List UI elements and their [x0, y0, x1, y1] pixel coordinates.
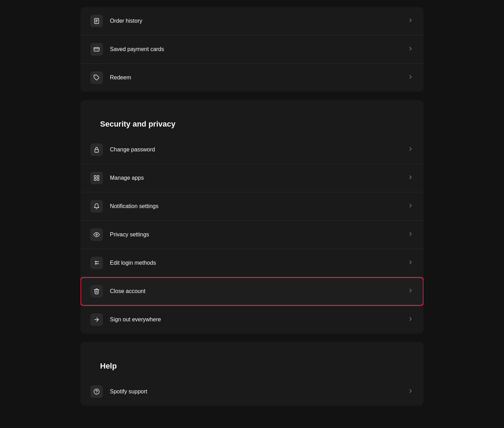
security-section-card: Security and privacy Change password — [80, 100, 424, 334]
chevron-right-icon — [407, 74, 414, 81]
chevron-right-icon — [407, 17, 414, 25]
privacy-settings-item[interactable]: Privacy settings — [80, 221, 424, 249]
chevron-right-icon — [407, 259, 414, 267]
chevron-right-icon — [407, 231, 414, 238]
chevron-right-icon — [407, 316, 414, 323]
redeem-label: Redeem — [110, 74, 131, 81]
chevron-right-icon — [407, 146, 414, 154]
question-icon — [90, 385, 103, 398]
chevron-right-icon — [407, 174, 414, 182]
sign-out-everywhere-item[interactable]: Sign out everywhere — [80, 306, 424, 334]
close-account-label: Close account — [110, 288, 145, 294]
chevron-right-icon — [407, 287, 414, 295]
receipt-icon — [90, 15, 103, 27]
bell-icon — [90, 200, 103, 213]
order-history-label: Order history — [110, 18, 142, 24]
help-section-title: Help — [90, 352, 414, 378]
chevron-right-icon — [407, 388, 414, 395]
spotify-support-item[interactable]: Spotify support — [80, 378, 424, 406]
notification-settings-label: Notification settings — [110, 203, 159, 209]
lock-icon — [90, 143, 103, 156]
trash-icon — [90, 285, 103, 298]
redeem-item[interactable]: Redeem — [80, 64, 424, 92]
saved-payment-cards-label: Saved payment cards — [110, 46, 164, 52]
svg-rect-9 — [97, 176, 99, 177]
notification-settings-item[interactable]: Notification settings — [80, 192, 424, 221]
svg-rect-11 — [97, 179, 99, 180]
svg-rect-4 — [94, 48, 99, 51]
eye-icon — [90, 228, 103, 241]
sign-out-everywhere-label: Sign out everywhere — [110, 316, 161, 323]
grid-icon — [90, 172, 103, 184]
login-icon — [90, 257, 103, 269]
manage-apps-item[interactable]: Manage apps — [80, 164, 424, 192]
help-section-card: Help Spotify support — [80, 342, 424, 406]
spotify-support-label: Spotify support — [110, 388, 147, 395]
signout-icon — [90, 313, 103, 326]
privacy-settings-label: Privacy settings — [110, 231, 149, 238]
change-password-label: Change password — [110, 147, 155, 153]
page-container: Order history Saved payment cards — [59, 0, 444, 428]
chevron-right-icon — [407, 45, 414, 53]
security-section-title: Security and privacy — [90, 110, 414, 136]
card-icon — [90, 43, 103, 56]
svg-rect-7 — [95, 149, 99, 152]
svg-rect-10 — [94, 179, 96, 180]
change-password-item[interactable]: Change password — [80, 136, 424, 164]
edit-login-methods-item[interactable]: Edit login methods — [80, 249, 424, 277]
svg-point-18 — [94, 389, 99, 394]
order-history-item[interactable]: Order history — [80, 7, 424, 35]
svg-point-14 — [95, 263, 96, 264]
svg-point-13 — [95, 261, 96, 262]
saved-payment-cards-item[interactable]: Saved payment cards — [80, 35, 424, 64]
chevron-right-icon — [407, 202, 414, 210]
edit-login-methods-label: Edit login methods — [110, 260, 156, 266]
tag-icon — [90, 71, 103, 84]
svg-point-12 — [96, 234, 98, 236]
svg-rect-8 — [94, 176, 96, 177]
close-account-item[interactable]: Close account — [80, 277, 424, 306]
manage-apps-label: Manage apps — [110, 175, 144, 181]
payment-section-card: Order history Saved payment cards — [80, 7, 424, 92]
